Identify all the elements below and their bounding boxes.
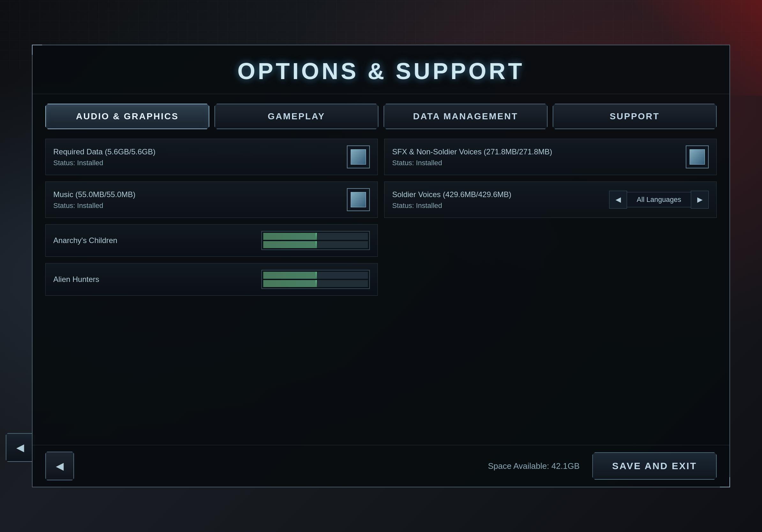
language-next-button[interactable]: ▶ bbox=[691, 191, 709, 209]
sfx-voices-status: Status: Installed bbox=[392, 158, 686, 168]
language-control: ◀ All Languages ▶ bbox=[609, 191, 709, 209]
tabs-row: AUDIO & GRAPHICS GAMEPLAY DATA MANAGEMEN… bbox=[33, 94, 729, 129]
anarchys-children-divider-top bbox=[316, 233, 317, 240]
empty-right-1 bbox=[384, 224, 717, 257]
required-data-checkbox-fill bbox=[351, 149, 366, 165]
sfx-voices-text: SFX & Non-Soldier Voices (271.8MB/271.8M… bbox=[392, 146, 686, 168]
anarchys-children-bar-top bbox=[263, 233, 368, 240]
language-label: All Languages bbox=[627, 192, 691, 207]
tab-support[interactable]: SUPPORT bbox=[553, 104, 717, 129]
required-data-row: Required Data (5.6GB/5.6GB) Status: Inst… bbox=[45, 139, 378, 175]
anarchys-children-fill-bottom bbox=[263, 241, 316, 248]
alien-hunters-fill-bottom bbox=[263, 280, 316, 287]
back-button[interactable]: ◀ bbox=[45, 452, 74, 480]
music-status: Status: Installed bbox=[53, 200, 347, 211]
soldier-voices-label: Soldier Voices (429.6MB/429.6MB) bbox=[392, 189, 609, 200]
space-available-label: Space Available: 42.1GB bbox=[488, 461, 579, 471]
back-arrow-icon: ◀ bbox=[56, 460, 64, 472]
music-checkbox-fill bbox=[351, 192, 366, 207]
alien-hunters-fill-top bbox=[263, 272, 316, 279]
tab-data-management[interactable]: DATA MANAGEMENT bbox=[384, 104, 548, 129]
required-data-label: Required Data (5.6GB/5.6GB) bbox=[53, 146, 347, 158]
save-exit-button[interactable]: SAVE AND EXIT bbox=[592, 452, 717, 480]
music-checkbox[interactable] bbox=[347, 188, 370, 211]
anarchys-children-bar-bottom bbox=[263, 241, 368, 248]
music-text: Music (55.0MB/55.0MB) Status: Installed bbox=[53, 189, 347, 211]
anarchys-children-label: Anarchy's Children bbox=[53, 236, 261, 245]
sfx-voices-row: SFX & Non-Soldier Voices (271.8MB/271.8M… bbox=[384, 139, 717, 175]
page-title: OPTIONS & SUPPORT bbox=[33, 58, 729, 84]
soldier-voices-status: Status: Installed bbox=[392, 200, 609, 211]
sfx-voices-checkbox-fill bbox=[690, 149, 705, 165]
empty-right-2 bbox=[384, 263, 717, 296]
required-data-status: Status: Installed bbox=[53, 158, 347, 168]
tab-audio-graphics[interactable]: AUDIO & GRAPHICS bbox=[45, 104, 209, 129]
title-bar: OPTIONS & SUPPORT bbox=[33, 45, 729, 94]
bottom-bar: ◀ Space Available: 42.1GB SAVE AND EXIT bbox=[33, 445, 729, 487]
alien-hunters-progress bbox=[261, 270, 370, 289]
required-data-text: Required Data (5.6GB/5.6GB) Status: Inst… bbox=[53, 146, 347, 168]
left-back-button[interactable]: ◀ bbox=[6, 433, 35, 462]
alien-hunters-label: Alien Hunters bbox=[53, 275, 261, 284]
soldier-voices-text: Soldier Voices (429.6MB/429.6MB) Status:… bbox=[392, 189, 609, 211]
anarchys-children-divider-bottom bbox=[316, 241, 317, 248]
alien-hunters-bar-bottom bbox=[263, 280, 368, 287]
anarchys-children-progress bbox=[261, 231, 370, 250]
alien-hunters-bar-top bbox=[263, 272, 368, 279]
tab-gameplay[interactable]: GAMEPLAY bbox=[214, 104, 378, 129]
music-row: Music (55.0MB/55.0MB) Status: Installed bbox=[45, 181, 378, 218]
content-area: Required Data (5.6GB/5.6GB) Status: Inst… bbox=[33, 129, 729, 445]
left-back-arrow-icon: ◀ bbox=[16, 441, 24, 453]
music-label: Music (55.0MB/55.0MB) bbox=[53, 189, 347, 200]
alien-hunters-row: Alien Hunters bbox=[45, 263, 378, 296]
anarchys-children-row: Anarchy's Children bbox=[45, 224, 378, 257]
anarchys-children-fill-top bbox=[263, 233, 316, 240]
required-data-checkbox[interactable] bbox=[347, 146, 370, 168]
sfx-voices-label: SFX & Non-Soldier Voices (271.8MB/271.8M… bbox=[392, 146, 686, 158]
alien-hunters-divider-bottom bbox=[316, 280, 317, 287]
soldier-voices-row: Soldier Voices (429.6MB/429.6MB) Status:… bbox=[384, 181, 717, 218]
alien-hunters-divider-top bbox=[316, 272, 317, 279]
main-panel: OPTIONS & SUPPORT AUDIO & GRAPHICS GAMEP… bbox=[32, 45, 730, 487]
sfx-voices-checkbox[interactable] bbox=[686, 146, 709, 168]
language-prev-button[interactable]: ◀ bbox=[609, 191, 627, 209]
